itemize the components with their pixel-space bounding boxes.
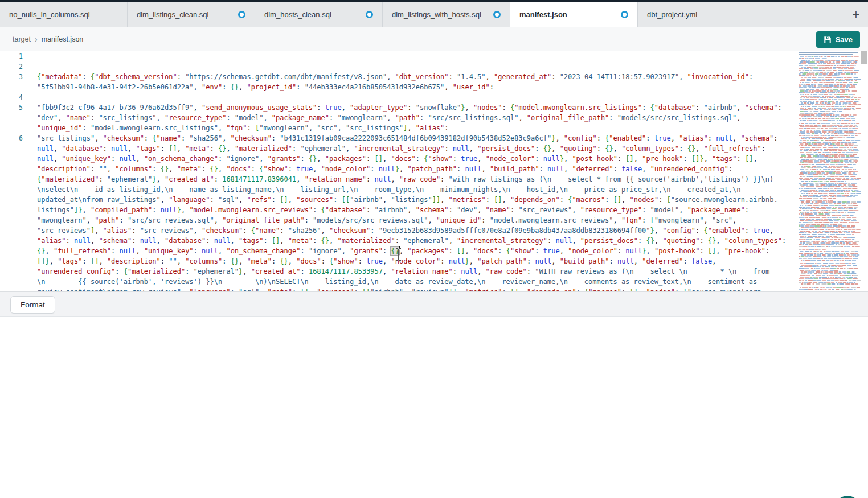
code-line: "src_listings", "checksum": {"name": "sh…	[37, 133, 797, 143]
tab-label: dbt_project.yml	[647, 10, 697, 19]
editor-tab-bar: no_nulls_in_columns.sql dim_listings_cle…	[0, 2, 868, 27]
tab-no-nulls-in-columns-sql[interactable]: no_nulls_in_columns.sql	[0, 2, 128, 27]
code-line	[37, 61, 797, 72]
line-number	[0, 266, 23, 277]
line-number	[0, 113, 23, 123]
line-number	[0, 215, 23, 225]
editor-footer-bar: Format	[0, 291, 868, 317]
code-line: "unique_id": "model.mwonglearn.src_listi…	[37, 123, 797, 133]
code-line: "src_reviews"], "alias": "src_reviews", …	[37, 225, 797, 236]
line-number	[0, 174, 23, 184]
code-editor[interactable]: 123456 {"metadata": {"dbt_schema_version…	[0, 51, 868, 291]
scrollbar-thumb[interactable]	[861, 51, 867, 64]
modified-dot-icon	[621, 11, 628, 18]
code-line: []}, "tags": [], "description": "", "col…	[37, 256, 797, 266]
code-line: listings"]}, "compiled_path": null}, "mo…	[37, 205, 797, 215]
vertical-scrollbar[interactable]	[861, 51, 868, 291]
code-line: \n {{ source('airbnb', 'reviews') }}\n \…	[37, 277, 797, 287]
line-number	[0, 246, 23, 256]
line-number: 4	[0, 92, 23, 102]
modified-dot-icon	[493, 11, 501, 18]
line-number	[0, 236, 23, 246]
code-line: "fbb9f3c2-cf96-4a17-b736-976a62d35ff9", …	[37, 102, 797, 113]
tab-dim-listings-with-hosts-sql[interactable]: dim_listings_with_hosts.sql	[383, 2, 510, 27]
code-line	[37, 51, 797, 61]
breadcrumb-bar: target › manifest.json Save	[0, 27, 868, 51]
code-line: null, "unique_key": null, "on_schema_cha…	[37, 154, 797, 164]
modified-dot-icon	[366, 11, 373, 18]
code-content[interactable]: {"metadata": {"dbt_schema_version": "htt…	[37, 51, 797, 297]
code-line: {}, "full_refresh": null, "unique_key": …	[37, 246, 797, 256]
code-line: {"metadata": {"dbt_schema_version": "htt…	[37, 72, 797, 82]
code-line: null, "database": null, "tags": [], "met…	[37, 143, 797, 154]
code-line: "mwonglearn", "path": "src/src_reviews.s…	[37, 215, 797, 225]
breadcrumb-folder: target	[13, 35, 31, 43]
line-number	[0, 205, 23, 215]
code-line: "alias": null, "schema": null, "database…	[37, 236, 797, 246]
floppy-disk-icon	[824, 36, 832, 44]
line-number: 5	[0, 102, 23, 113]
save-button[interactable]: Save	[816, 31, 860, 48]
tab-label: manifest.json	[519, 10, 567, 19]
line-number	[0, 123, 23, 133]
new-tab-button[interactable]: +	[849, 7, 863, 22]
line-number	[0, 164, 23, 174]
line-number	[0, 195, 23, 205]
breadcrumb-file: manifest.json	[42, 35, 84, 43]
code-line: "unrendered_config": {"materialized": "e…	[37, 266, 797, 277]
line-number	[0, 225, 23, 236]
code-line: updated_at\nfrom raw_listings", "languag…	[37, 195, 797, 205]
pane-divider	[181, 292, 181, 317]
tab-label: no_nulls_in_columns.sql	[9, 10, 90, 19]
tab-manifest-json[interactable]: manifest.json	[510, 2, 638, 27]
line-number	[0, 143, 23, 154]
line-number	[0, 184, 23, 195]
line-number: 6	[0, 133, 23, 143]
line-number: 3	[0, 72, 23, 82]
line-number: 1	[0, 51, 23, 61]
text-caret	[399, 246, 400, 255]
tab-dim-hosts-clean-sql[interactable]: dim_hosts_clean.sql	[255, 2, 383, 27]
format-button[interactable]: Format	[10, 296, 55, 314]
code-line: "5f51bb91-94b8-4e31-94f2-26b5e061d22a", …	[37, 82, 797, 92]
line-number	[0, 82, 23, 92]
save-label: Save	[836, 35, 853, 44]
tab-label: dim_listings_with_hosts.sql	[392, 10, 481, 19]
line-number	[0, 256, 23, 266]
code-line: {"materialized": "ephemeral"}, "created_…	[37, 174, 797, 184]
line-number: 2	[0, 61, 23, 72]
line-number	[0, 154, 23, 164]
tab-label: dim_listings_clean.sql	[137, 10, 208, 19]
modified-dot-icon	[238, 11, 245, 18]
tab-label: dim_hosts_clean.sql	[264, 10, 331, 19]
minimap[interactable]	[797, 51, 861, 291]
code-line	[37, 92, 797, 102]
line-number-gutter: 123456	[0, 51, 23, 297]
code-line: "description": "", "columns": {}, "meta"…	[37, 164, 797, 174]
line-number	[0, 277, 23, 287]
code-line: "dev", "name": "src_listings", "resource…	[37, 113, 797, 123]
code-line: \nselect\n id as listing_id,\n name as l…	[37, 184, 797, 195]
tab-dbt-project-yml[interactable]: dbt_project.yml	[638, 2, 765, 27]
results-pane	[0, 317, 868, 498]
tab-dim-listings-clean-sql[interactable]: dim_listings_clean.sql	[128, 2, 255, 27]
chevron-right-icon: ›	[35, 35, 38, 44]
